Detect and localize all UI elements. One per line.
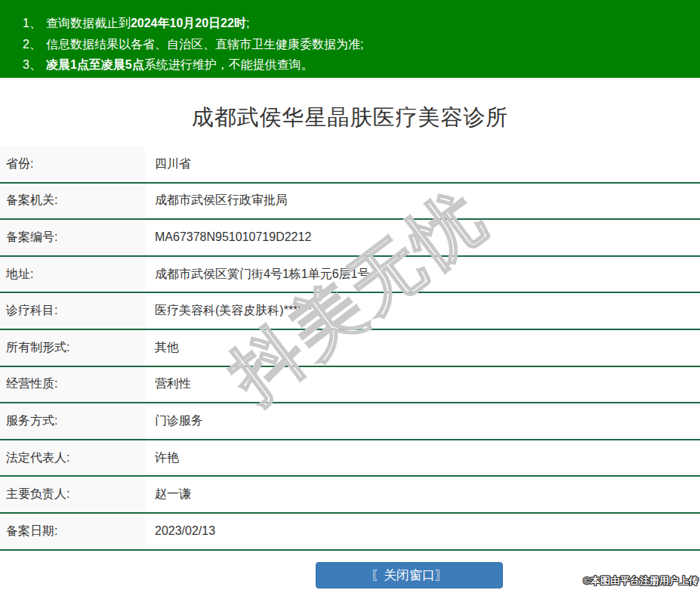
close-window-button[interactable]: 〖关闭窗口〗 (316, 562, 503, 588)
notice-number: 3、 (23, 58, 42, 71)
table-row-filing-authority: 备案机关: 成都市武侯区行政审批局 (0, 184, 700, 221)
table-row-principal: 主要负责人: 赵一谦 (0, 477, 700, 514)
row-value: MA67378N951010719D2212 (145, 230, 700, 244)
footer-watermark: ©本图由平台注册用户上传 (583, 574, 698, 588)
row-value: 营利性 (145, 376, 700, 392)
notice-text: ; (246, 17, 249, 29)
row-value: 2023/02/13 (145, 524, 700, 538)
notice-line-1: 1、查询数据截止到2024年10月20日22时; (23, 13, 692, 34)
notice-bold-text: 2024年10月20日22时 (131, 17, 246, 29)
notice-line-2: 2、信息数据结果以各省、自治区、直辖市卫生健康委数据为准; (23, 34, 692, 55)
row-label: 诊疗科目: (0, 293, 145, 329)
row-value: 成都市武侯区行政审批局 (145, 193, 700, 209)
notice-bold-text: 凌晨1点至凌晨5点 (46, 58, 144, 71)
row-value: 许艳 (145, 450, 700, 466)
row-value: 其他 (145, 340, 700, 356)
notice-text: 信息数据结果以各省、自治区、直辖市卫生健康委数据为准; (46, 38, 363, 51)
table-row-legal-representative: 法定代表人: 许艳 (0, 440, 700, 477)
row-label: 备案编号: (0, 220, 145, 255)
notice-number: 2、 (23, 38, 42, 51)
row-label: 服务方式: (0, 403, 145, 439)
row-value: 成都市武侯区黉门街4号1栋1单元6层1号 (145, 267, 700, 283)
row-label: 省份: (0, 147, 145, 182)
table-row-clinical-departments: 诊疗科目: 医疗美容科(美容皮肤科)****** (0, 293, 700, 330)
table-row-province: 省份: 四川省 (0, 147, 700, 184)
table-row-business-nature: 经营性质: 营利性 (0, 367, 700, 404)
institution-info-table: 省份: 四川省 备案机关: 成都市武侯区行政审批局 备案编号: MA67378N… (0, 147, 700, 551)
notice-banner: 1、查询数据截止到2024年10月20日22时; 2、信息数据结果以各省、自治区… (0, 0, 700, 78)
table-row-filing-number: 备案编号: MA67378N951010719D2212 (0, 220, 700, 257)
row-value: 门诊服务 (145, 413, 700, 429)
table-row-ownership-type: 所有制形式: 其他 (0, 330, 700, 367)
table-row-address: 地址: 成都市武侯区黉门街4号1栋1单元6层1号 (0, 257, 700, 294)
page-title: 成都武侯华星晶肤医疗美容诊所 (0, 103, 700, 133)
notice-text: 查询数据截止到 (46, 17, 131, 29)
notice-line-3: 3、凌晨1点至凌晨5点系统进行维护，不能提供查询。 (23, 54, 692, 76)
table-row-filing-date: 备案日期: 2023/02/13 (0, 514, 700, 551)
row-label: 主要负责人: (0, 477, 145, 512)
row-label: 备案机关: (0, 184, 145, 219)
notice-text: 系统进行维护，不能提供查询。 (144, 58, 313, 71)
row-value: 医疗美容科(美容皮肤科)****** (145, 303, 700, 319)
row-label: 地址: (0, 257, 145, 292)
table-row-service-mode: 服务方式: 门诊服务 (0, 403, 700, 440)
notice-number: 1、 (23, 17, 42, 29)
row-label: 经营性质: (0, 367, 145, 403)
row-value: 赵一谦 (145, 487, 700, 502)
row-label: 备案日期: (0, 514, 145, 549)
row-value: 四川省 (145, 156, 700, 172)
row-label: 所有制形式: (0, 330, 145, 366)
row-label: 法定代表人: (0, 440, 145, 476)
registration-result-page: 1、查询数据截止到2024年10月20日22时; 2、信息数据结果以各省、自治区… (0, 0, 700, 590)
